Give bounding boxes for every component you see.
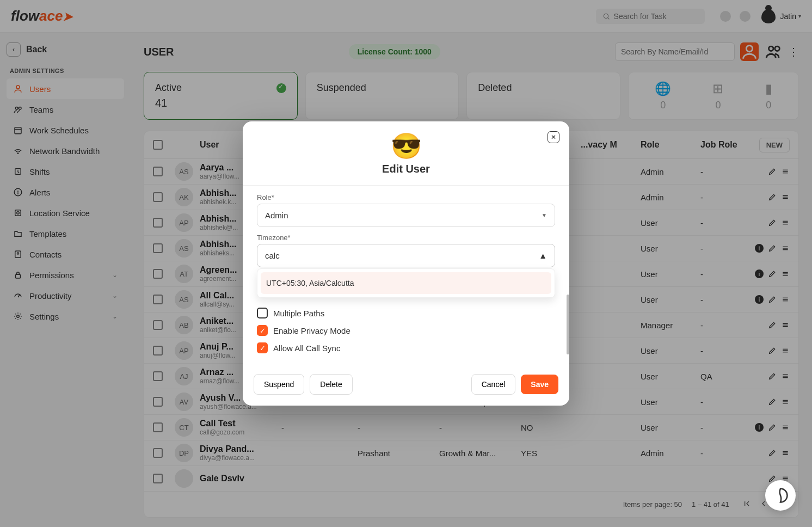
suspend-button[interactable]: Suspend [254, 374, 304, 395]
close-button[interactable]: ✕ [548, 131, 559, 143]
checkbox-row[interactable]: Multiple Paths [257, 308, 555, 318]
checkbox[interactable] [257, 342, 268, 353]
modal-title: Edit User [243, 163, 569, 175]
edit-user-modal: ✕ 😎 Edit User Role* Admin ▼ Timezone* ca… [243, 121, 569, 406]
role-label: Role* [257, 193, 555, 201]
checkbox[interactable] [257, 325, 268, 336]
delete-button[interactable]: Delete [310, 374, 352, 395]
support-fab[interactable] [765, 480, 796, 511]
chevron-down-icon: ▼ [542, 212, 547, 218]
checkbox[interactable] [257, 308, 268, 318]
timezone-option[interactable]: UTC+05:30, Asia/Calcutta [261, 272, 551, 294]
chevron-up-icon: ▲ [539, 251, 547, 260]
timezone-dropdown: UTC+05:30, Asia/Calcutta [257, 268, 555, 298]
role-select[interactable]: Admin ▼ [257, 204, 555, 227]
save-button[interactable]: Save [521, 375, 558, 394]
sunglasses-emoji-icon: 😎 [243, 133, 569, 158]
scrollbar[interactable] [567, 295, 569, 354]
checkbox-row[interactable]: Allow All Call Sync [257, 342, 555, 353]
checkbox-row[interactable]: Enable Privacy Mode [257, 325, 555, 336]
timezone-label: Timezone* [257, 234, 555, 242]
cancel-button[interactable]: Cancel [471, 374, 516, 395]
timezone-input[interactable]: calc ▲ [257, 244, 555, 267]
